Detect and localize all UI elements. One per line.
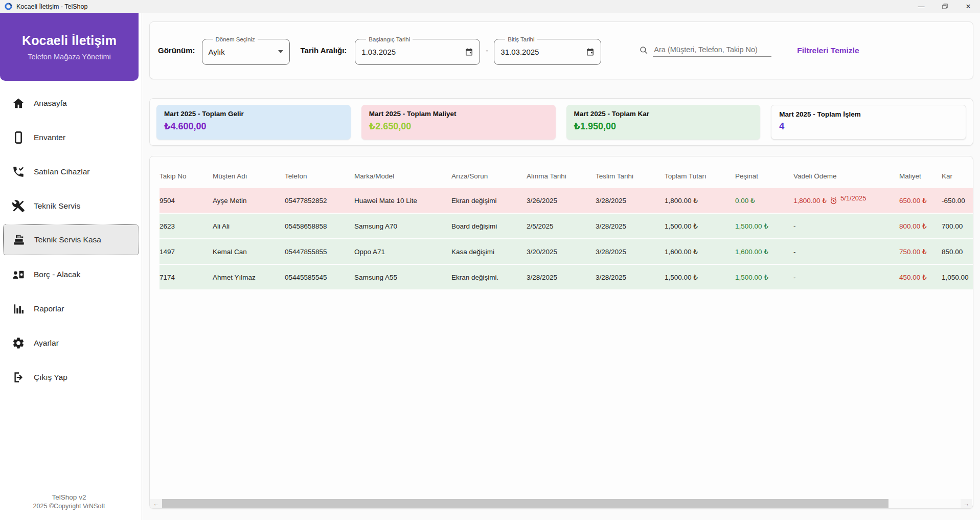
calendar-icon[interactable]	[465, 48, 473, 56]
search-input[interactable]	[653, 44, 771, 57]
card-title: Mart 2025 - Toplam Gelir	[164, 110, 343, 118]
cell-alinma-tarihi: 3/20/2025	[527, 248, 596, 256]
cell-ariza-sorun: Board değişimi	[451, 222, 527, 230]
brand-subtitle: Telefon Mağaza Yönetimi	[28, 53, 111, 61]
tools-icon	[12, 199, 25, 213]
restore-button[interactable]	[933, 0, 956, 13]
cell-telefon: 05458658858	[285, 222, 354, 230]
sidebar-item-cikis-yap[interactable]: Çıkış Yap	[0, 360, 142, 394]
sidebar-item-borc-alacak[interactable]: Borç - Alacak	[0, 257, 142, 291]
card-toplam-islem: Mart 2025 - Toplam İşlem 4	[771, 105, 966, 140]
card-toplam-maliyet: Mart 2025 - Toplam Maliyet ₺2.650,00	[361, 105, 556, 140]
sidebar-item-teknik-servis-kasa[interactable]: Teknik Servis Kasa	[3, 224, 139, 255]
cell-kar: -650.00	[942, 197, 973, 205]
cell-pesinat: 1,500.00 ₺	[735, 222, 793, 230]
cell-musteri-adi: Ahmet Yılmaz	[213, 274, 285, 281]
cell-alinma-tarihi: 3/28/2025	[527, 274, 596, 281]
cell-maliyet: 450.00 ₺	[899, 273, 942, 281]
cell-marka-model: Huawei Mate 10 Lite	[354, 197, 451, 205]
sidebar-footer: TelShop v2 2025 ©Copyright VrNSoft	[0, 493, 138, 510]
card-value: ₺2.650,00	[369, 121, 548, 132]
col-marka-model: Marka/Model	[354, 172, 451, 180]
gear-icon	[12, 336, 25, 350]
scrollbar-track[interactable]	[162, 499, 961, 508]
table-scroll-area: Takip No Müşteri Adı Telefon Marka/Model…	[150, 156, 973, 289]
sidebar-item-raporlar[interactable]: Raporlar	[0, 291, 142, 326]
sidebar-item-anasayfa[interactable]: Anasayfa	[0, 86, 142, 120]
cell-kar: 850.00	[942, 248, 973, 256]
cell-maliyet: 800.00 ₺	[899, 222, 942, 230]
table-row[interactable]: 9504 Ayşe Metin 05477852852 Huawei Mate …	[159, 188, 973, 213]
smartphone-icon	[12, 131, 25, 144]
sidebar-item-label: Çıkış Yap	[34, 373, 67, 382]
col-telefon: Telefon	[285, 172, 354, 180]
table-row[interactable]: 2623 Ali Ali 05458658858 Samsung A70 Boa…	[159, 214, 973, 238]
col-musteri-adi: Müşteri Adı	[213, 172, 285, 180]
cell-telefon: 05447855855	[285, 248, 354, 256]
period-select[interactable]: Dönem Seçiniz Aylık	[202, 36, 290, 65]
cell-musteri-adi: Ayşe Metin	[213, 197, 285, 205]
sidebar-item-label: Raporlar	[34, 304, 64, 313]
person-banknote-icon	[12, 268, 25, 281]
summary-cards: Mart 2025 - Toplam Gelir ₺4.600,00 Mart …	[149, 98, 973, 146]
cell-toplam-tutari: 1,500.00 ₺	[665, 222, 735, 230]
alarm-clock-icon	[829, 196, 838, 205]
sidebar-item-label: Teknik Servis	[34, 201, 80, 211]
search-icon	[639, 46, 648, 57]
card-toplam-gelir: Mart 2025 - Toplam Gelir ₺4.600,00	[156, 105, 351, 140]
cell-toplam-tutari: 1,600.00 ₺	[665, 247, 735, 256]
sidebar-item-envanter[interactable]: Envanter	[0, 120, 142, 154]
col-alinma-tarihi: Alınma Tarihi	[527, 172, 596, 180]
col-maliyet: Maliyet	[899, 172, 942, 180]
cell-musteri-adi: Ali Ali	[213, 222, 285, 230]
phone-check-icon	[12, 165, 25, 178]
cell-teslim-tarihi: 3/28/2025	[596, 274, 665, 281]
cell-kar: 700.00	[942, 222, 973, 230]
table-row[interactable]: 7174 Ahmet Yılmaz 05445585545 Samsung A5…	[159, 265, 973, 289]
cell-vadeli-odeme: -	[793, 248, 899, 256]
cell-teslim-tarihi: 3/28/2025	[596, 197, 665, 205]
cash-register-icon	[12, 233, 26, 246]
table-empty-area	[150, 289, 973, 499]
cell-pesinat: 1,600.00 ₺	[735, 247, 793, 256]
cell-telefon: 05477852852	[285, 197, 354, 205]
end-date-field[interactable]: Bitiş Tarihi 31.03.2025	[494, 36, 601, 65]
bar-chart-icon	[12, 302, 25, 315]
sidebar-item-teknik-servis[interactable]: Teknik Servis	[0, 189, 142, 223]
close-button[interactable]: ×	[956, 0, 980, 13]
end-date-label: Bitiş Tarihi	[505, 36, 537, 42]
sidebar-item-ayarlar[interactable]: Ayarlar	[0, 326, 142, 360]
chevron-down-icon	[278, 50, 283, 53]
calendar-icon[interactable]	[586, 48, 595, 56]
cell-vadeli-odeme: -	[793, 222, 899, 230]
cell-vadeli-odeme: 1,800.00 ₺ 5/1/2025	[793, 196, 899, 205]
card-value: ₺1.950,00	[574, 121, 753, 132]
col-toplam-tutari: Toplam Tutarı	[665, 172, 735, 180]
start-date-value: 1.03.2025	[361, 48, 396, 56]
card-value: 4	[779, 121, 958, 132]
main-content: Görünüm: Dönem Seçiniz Aylık Tarih Aralı…	[142, 13, 980, 520]
card-title: Mart 2025 - Toplam Kar	[574, 110, 753, 118]
table-row[interactable]: 1497 Kemal Can 05447855855 Oppo A71 Kasa…	[159, 239, 973, 264]
start-date-field[interactable]: Başlangıç Tarihi 1.03.2025	[355, 36, 480, 65]
scroll-right-icon[interactable]: →	[961, 499, 972, 508]
filter-bar: Görünüm: Dönem Seçiniz Aylık Tarih Aralı…	[149, 21, 973, 79]
clear-filters-button[interactable]: Filtreleri Temizle	[797, 46, 859, 55]
col-kar: Kar	[942, 172, 973, 180]
cell-pesinat: 1,500.00 ₺	[735, 273, 793, 281]
sidebar-item-label: Ayarlar	[34, 338, 59, 348]
sidebar-item-satilan-cihazlar[interactable]: Satılan Cihazlar	[0, 154, 142, 189]
scrollbar-thumb[interactable]	[162, 499, 888, 508]
horizontal-scrollbar[interactable]: ← →	[150, 499, 972, 508]
scroll-left-icon[interactable]: ←	[150, 499, 162, 508]
card-toplam-kar: Mart 2025 - Toplam Kar ₺1.950,00	[566, 105, 761, 140]
cell-alinma-tarihi: 3/26/2025	[527, 197, 596, 205]
cell-maliyet: 650.00 ₺	[899, 196, 942, 205]
minimize-button[interactable]: —	[909, 0, 933, 13]
app-logo-icon	[4, 2, 13, 11]
titlebar: Kocaeli İletişim - TelShop — ×	[0, 0, 980, 13]
cell-alinma-tarihi: 2/5/2025	[527, 222, 596, 230]
search-box	[639, 44, 771, 57]
cell-takip-no: 7174	[159, 274, 213, 281]
sidebar-item-label: Satılan Cihazlar	[34, 167, 89, 176]
